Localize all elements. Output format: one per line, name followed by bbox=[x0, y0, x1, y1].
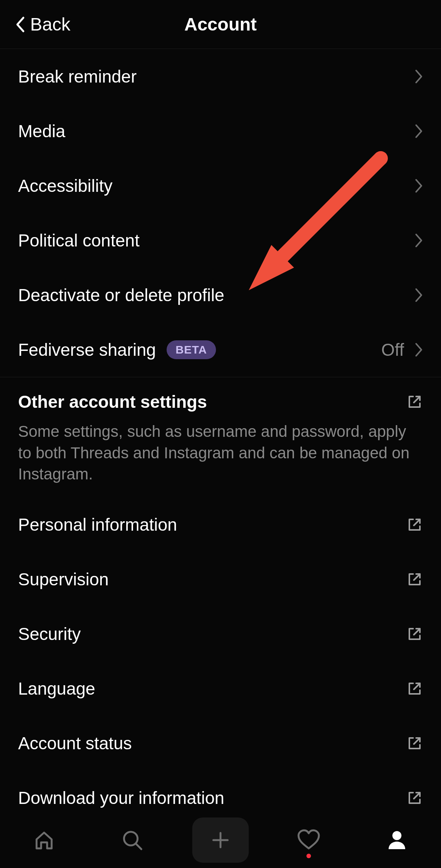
beta-badge: BETA bbox=[167, 340, 216, 359]
settings-row-fediverse-sharing[interactable]: Fediverse sharing BETA Off bbox=[0, 322, 441, 377]
tab-profile[interactable] bbox=[369, 817, 425, 863]
row-label: Break reminder bbox=[18, 66, 136, 87]
bottom-tab-bar bbox=[0, 812, 441, 868]
tab-home[interactable] bbox=[16, 817, 72, 863]
row-value: Off bbox=[381, 340, 404, 360]
chevron-right-icon bbox=[415, 342, 423, 357]
row-label: Political content bbox=[18, 230, 139, 251]
section-header[interactable]: Other account settings bbox=[18, 392, 423, 412]
row-label: Personal information bbox=[18, 514, 177, 535]
section-description: Some settings, such as username and pass… bbox=[18, 421, 423, 485]
chevron-right-icon bbox=[415, 69, 423, 84]
settings-row-security[interactable]: Security bbox=[18, 606, 423, 661]
page-header: Back Account bbox=[0, 0, 441, 49]
row-label: Fediverse sharing bbox=[18, 340, 156, 360]
row-label: Accessibility bbox=[18, 176, 113, 196]
open-external-icon bbox=[406, 735, 423, 752]
other-account-settings-section: Other account settings Some settings, su… bbox=[0, 377, 441, 829]
chevron-right-icon bbox=[415, 178, 423, 193]
row-label: Account status bbox=[18, 733, 132, 753]
open-external-icon bbox=[406, 516, 423, 533]
notification-dot-icon bbox=[306, 854, 311, 858]
settings-row-account-status[interactable]: Account status bbox=[18, 716, 423, 770]
chevron-left-icon bbox=[15, 16, 25, 33]
plus-icon bbox=[210, 829, 231, 851]
other-settings-list: Personal information Supervision Securit… bbox=[18, 497, 423, 825]
open-external-icon bbox=[406, 571, 423, 588]
chevron-right-icon bbox=[415, 233, 423, 248]
row-label: Deactivate or delete profile bbox=[18, 285, 224, 305]
section-title: Other account settings bbox=[18, 392, 406, 412]
open-external-icon bbox=[406, 680, 423, 697]
chevron-right-icon bbox=[415, 288, 423, 303]
row-label: Security bbox=[18, 624, 81, 644]
settings-row-deactivate-delete[interactable]: Deactivate or delete profile bbox=[0, 268, 441, 322]
chevron-right-icon bbox=[415, 124, 423, 139]
open-external-icon bbox=[406, 790, 423, 806]
settings-row-language[interactable]: Language bbox=[18, 661, 423, 716]
heart-icon bbox=[296, 828, 321, 852]
tab-create[interactable] bbox=[192, 817, 249, 863]
svg-point-1 bbox=[392, 831, 401, 840]
settings-row-personal-information[interactable]: Personal information bbox=[18, 497, 423, 552]
back-label: Back bbox=[30, 14, 70, 35]
tab-activity[interactable] bbox=[280, 817, 337, 863]
profile-icon bbox=[386, 829, 408, 851]
open-external-icon bbox=[406, 626, 423, 642]
home-icon bbox=[32, 828, 56, 852]
row-label: Media bbox=[18, 121, 65, 141]
settings-row-supervision[interactable]: Supervision bbox=[18, 552, 423, 606]
tab-search[interactable] bbox=[104, 817, 161, 863]
settings-row-political-content[interactable]: Political content bbox=[0, 213, 441, 268]
settings-row-media[interactable]: Media bbox=[0, 104, 441, 158]
row-label: Supervision bbox=[18, 569, 109, 589]
settings-list: Break reminder Media Accessibility Polit… bbox=[0, 49, 441, 377]
settings-row-accessibility[interactable]: Accessibility bbox=[0, 158, 441, 213]
row-label: Language bbox=[18, 678, 95, 699]
search-icon bbox=[120, 828, 144, 852]
back-button[interactable]: Back bbox=[0, 14, 70, 35]
row-label: Download your information bbox=[18, 788, 224, 808]
open-external-icon bbox=[406, 393, 423, 410]
settings-row-break-reminder[interactable]: Break reminder bbox=[0, 49, 441, 104]
